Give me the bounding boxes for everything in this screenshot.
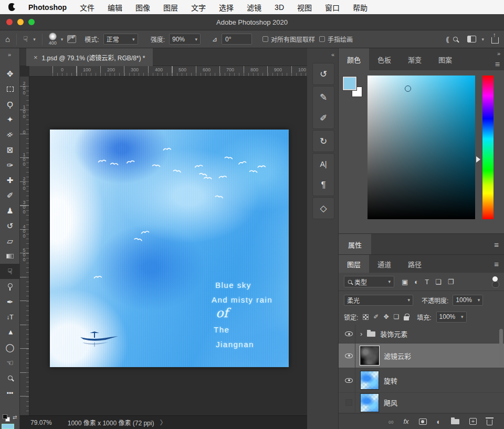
tab-swatches[interactable]: 色板 [369, 48, 400, 70]
finger-painting-checkbox[interactable] [319, 36, 325, 42]
apple-logo-icon[interactable] [8, 3, 15, 11]
move-tool[interactable]: ✥ [0, 66, 20, 81]
layer-name[interactable]: 滤镜云彩 [384, 351, 411, 361]
brush-settings-panel-button[interactable]: ✎ [313, 87, 334, 108]
healing-brush-tool[interactable]: ✚ [0, 173, 20, 188]
edit-toolbar-button[interactable]: ••• [0, 385, 20, 401]
zoom-level[interactable]: 79.07% [30, 419, 52, 426]
hand-tool[interactable]: ☜ [0, 355, 20, 370]
rotate-panel-button[interactable]: ↻ [313, 131, 334, 152]
tab-paths[interactable]: 路径 [400, 255, 430, 273]
layer-thumbnail[interactable] [360, 346, 379, 365]
layer-row-hidden[interactable]: 飓风 [339, 393, 504, 413]
layer-thumbnail[interactable] [360, 371, 379, 390]
lasso-tool[interactable]: Ϙ [0, 96, 20, 112]
close-window-button[interactable] [6, 19, 13, 25]
swap-colors-icon[interactable]: ⇄ [13, 414, 17, 420]
sample-all-layers-checkbox[interactable] [262, 36, 268, 42]
lock-pixels-icon[interactable]: ✐ [373, 313, 379, 320]
chevron-down-icon[interactable]: ▾ [61, 37, 64, 42]
angle-input[interactable]: 0° [222, 34, 252, 45]
toolbar-expand-icon[interactable]: » [8, 51, 10, 58]
tab-layers[interactable]: 图层 [339, 255, 369, 273]
tab-patterns[interactable]: 图案 [430, 48, 460, 70]
dock-expand-icon[interactable]: » [497, 50, 500, 57]
tab-gradients[interactable]: 渐变 [400, 48, 430, 70]
layer-style-fx-icon[interactable]: fx [403, 417, 408, 425]
filter-adjustment-layers-icon[interactable]: ◐ [414, 278, 418, 286]
menu-item-type[interactable]: 文字 [191, 2, 206, 13]
close-tab-icon[interactable]: × [34, 53, 38, 61]
eraser-tool[interactable]: ▱ [0, 233, 20, 249]
gradient-tool[interactable] [0, 249, 20, 264]
mode-select[interactable]: 正常 ▾ [103, 34, 138, 45]
visibility-well[interactable] [343, 393, 355, 412]
tab-properties[interactable]: 属性 [339, 234, 371, 255]
history-panel-button[interactable]: ↺ [313, 63, 334, 84]
type-tool[interactable]: ↓T [0, 309, 20, 325]
new-layer-icon[interactable]: + [469, 418, 477, 425]
quick-selection-tool[interactable]: ✦ [0, 112, 20, 127]
pasteboard[interactable]: Blue sky And misty rain of The Jiangnan [29, 77, 307, 415]
menu-item-window[interactable]: 窗口 [325, 2, 340, 13]
foreground-color-swatch[interactable] [343, 77, 356, 90]
lock-position-icon[interactable]: ✥ [383, 313, 388, 320]
brushes-panel-button[interactable]: ✐ [313, 108, 334, 128]
group-expand-icon[interactable]: › [360, 330, 362, 338]
dodge-tool[interactable] [0, 279, 20, 294]
document-dimensions[interactable]: 1000 像素 x 1000 像素 (72 ppi) 〉 [68, 418, 166, 427]
hue-slider-arrow-icon[interactable] [476, 156, 480, 163]
zoom-tool[interactable] [0, 370, 20, 385]
filter-shape-layers-icon[interactable]: ❏ [435, 278, 442, 286]
panel-menu-icon[interactable]: ≡ [494, 240, 499, 249]
menu-item-file[interactable]: 文件 [80, 2, 94, 13]
menu-item-image[interactable]: 图像 [135, 2, 150, 13]
smudge-tool-preset-icon[interactable]: ☟ [23, 35, 28, 43]
ellipse-tool[interactable]: ◯ [0, 340, 20, 355]
chevron-down-icon[interactable]: ▾ [33, 37, 36, 42]
visibility-well[interactable] [343, 368, 355, 392]
menu-item-filter[interactable]: 滤镜 [247, 2, 261, 13]
clone-stamp-tool[interactable]: ♟ [0, 203, 20, 218]
strength-select[interactable]: 90% ▾ [169, 34, 201, 45]
delete-layer-icon[interactable] [487, 420, 492, 425]
menu-item-select[interactable]: 选择 [219, 2, 234, 13]
filter-type-select[interactable]: 类型 ▾ [344, 276, 394, 287]
panel-menu-icon[interactable]: ≡ [494, 260, 499, 269]
visibility-empty-checkbox[interactable] [345, 399, 352, 406]
share-icon[interactable] [491, 37, 499, 44]
filter-smart-objects-icon[interactable]: ❐ [448, 278, 454, 286]
layer-row-selected[interactable]: 滤镜云彩 [339, 344, 504, 368]
menu-item-edit[interactable]: 编辑 [108, 2, 122, 13]
workspace-switcher-icon[interactable] [467, 36, 476, 42]
path-selection-tool[interactable]: ► [0, 325, 20, 340]
visibility-well[interactable] [343, 344, 355, 368]
visibility-well[interactable] [343, 325, 355, 343]
marquee-tool[interactable] [0, 81, 20, 96]
new-group-icon[interactable] [451, 419, 459, 424]
brush-preset-picker[interactable]: 400 [49, 33, 57, 46]
smudge-tool[interactable]: ☟ [0, 264, 20, 279]
pen-tool[interactable]: ✒ [0, 294, 20, 309]
foreground-color-swatch[interactable] [2, 424, 14, 429]
hue-slider[interactable] [482, 76, 494, 219]
home-button[interactable]: ⌂ [5, 35, 10, 43]
search-icon[interactable] [453, 37, 458, 41]
canvas[interactable]: Blue sky And misty rain of The Jiangnan [50, 130, 289, 367]
menu-item-layer[interactable]: 图层 [163, 2, 178, 13]
layer-row-group[interactable]: › 装饰元素 [339, 325, 504, 344]
eyedropper-tool[interactable]: ✑ [0, 157, 20, 173]
new-adjustment-layer-icon[interactable]: ◐ [437, 417, 441, 426]
minimize-window-button[interactable] [17, 19, 24, 25]
brush-tool[interactable]: ✐ [0, 188, 20, 203]
blend-mode-select[interactable]: 柔光 ▾ [344, 295, 413, 306]
filter-pixel-layers-icon[interactable]: ▣ [402, 278, 408, 286]
saturation-brightness-field[interactable] [368, 76, 475, 219]
zoom-window-button[interactable] [28, 19, 35, 25]
app-menu-photoshop[interactable]: Photoshop [28, 3, 67, 12]
finger-painting-option[interactable]: 手指绘画 [319, 35, 353, 44]
filter-type-layers-icon[interactable]: T [425, 278, 429, 286]
default-colors-button[interactable] [3, 414, 11, 423]
link-layers-icon[interactable]: ∞ [388, 417, 393, 426]
menu-item-3d[interactable]: 3D [275, 3, 284, 12]
